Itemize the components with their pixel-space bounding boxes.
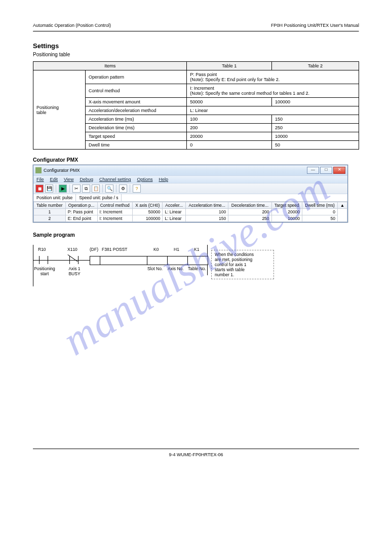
grid-cell[interactable]: 100 xyxy=(186,209,228,215)
spec-item: Dwell time xyxy=(86,141,187,150)
grid-cell[interactable]: 0 xyxy=(302,209,337,215)
contact-nc-x110 xyxy=(69,256,79,264)
tb-sep xyxy=(102,184,103,193)
section-title: Settings xyxy=(33,42,359,50)
spec-desc: L: Linear xyxy=(187,106,359,115)
spec-item: X-axis movement amount xyxy=(86,98,187,106)
lbl-r10: R10 xyxy=(38,247,46,252)
grid-cell[interactable]: 50000 xyxy=(133,209,163,215)
spec-val: 20000 xyxy=(187,132,272,141)
df-block xyxy=(90,256,101,265)
min-button[interactable]: — xyxy=(307,167,319,174)
window-title: Configurator PMX xyxy=(44,168,80,173)
help-icon[interactable]: ? xyxy=(133,184,141,193)
save-icon[interactable]: 💾 xyxy=(45,184,53,193)
menu-channel[interactable]: Channel setting xyxy=(99,177,131,182)
find-icon[interactable]: 🔍 xyxy=(105,184,113,193)
spec-item: Acceleration/deceleration method xyxy=(86,106,187,115)
data-grid[interactable]: Table number Operation p... Control meth… xyxy=(33,202,347,222)
sub-title: Configurator PMX xyxy=(33,157,359,163)
grid-hdr[interactable]: X axis (CH0) xyxy=(133,202,163,209)
spec-hdr-t2: Table 2 xyxy=(272,62,359,70)
section-intro: Positioning table xyxy=(33,52,359,57)
spec-val: 10000 xyxy=(272,132,359,141)
spec-val: 0 xyxy=(187,141,272,150)
footer: 9-4 WUME-FP0HRTEX-06 xyxy=(33,449,359,457)
spec-val: 200 xyxy=(187,124,272,132)
new-icon[interactable]: ◼ xyxy=(35,184,44,193)
grid-cell[interactable]: 200 xyxy=(228,209,271,215)
grid-cell[interactable]: E: End point xyxy=(65,215,97,222)
close-button[interactable]: ✕ xyxy=(333,167,345,174)
grid-hdr[interactable]: Dwell time (ms) xyxy=(302,202,337,209)
paste-icon[interactable]: 📋 xyxy=(92,184,100,193)
spec-val: 100 xyxy=(187,115,272,124)
ladder-title: Sample program xyxy=(33,232,359,238)
grid-cell[interactable]: I: Increment xyxy=(97,215,133,222)
grid-cell[interactable]: 1 xyxy=(34,209,66,215)
grid-hdr[interactable]: Deceleration time... xyxy=(228,202,271,209)
grid-hdr[interactable]: Operation p... xyxy=(65,202,97,209)
lbl-r10-desc: Positioning start xyxy=(33,266,56,276)
grid-row[interactable]: 2 E: End point I: Increment 100000 L: Li… xyxy=(34,215,347,222)
spec-hdr-t1: Table 1 xyxy=(187,62,272,70)
contact-no-r10 xyxy=(39,256,48,264)
grid-cell[interactable]: 20000 xyxy=(271,209,302,215)
menu-view[interactable]: View xyxy=(64,177,73,182)
spec-item: Deceleration time (ms) xyxy=(86,124,187,132)
grid-hdr[interactable]: Acceler... xyxy=(163,202,186,209)
grid-cell[interactable]: 50 xyxy=(302,215,337,222)
grid-hdr[interactable]: Table number xyxy=(34,202,66,209)
menu-help[interactable]: Help xyxy=(159,177,169,182)
tb-sep xyxy=(69,184,70,193)
grid-cell[interactable]: L: Linear xyxy=(163,215,186,222)
lbl-axis: Axis No. xyxy=(168,266,184,271)
menu-file[interactable]: File xyxy=(36,177,44,182)
spec-val: 250 xyxy=(272,124,359,132)
copy-icon[interactable]: ⧉ xyxy=(82,184,90,193)
cut-icon[interactable]: ✂ xyxy=(72,184,81,193)
spec-val: 100000 xyxy=(272,98,359,106)
grid-cell[interactable]: 250 xyxy=(228,215,271,222)
grid-cell[interactable]: L: Linear xyxy=(163,209,186,215)
spec-val: 50000 xyxy=(187,98,272,106)
toolbar: ◼ 💾 ▶ ✂ ⧉ 📋 🔍 ⚙ ? xyxy=(33,183,347,194)
tb-sep xyxy=(116,184,116,193)
lbl-table: Table No. xyxy=(188,266,206,271)
titlebar[interactable]: Configurator PMX — □ ✕ xyxy=(33,165,347,175)
grid-hdr[interactable]: Control method xyxy=(97,202,133,209)
tb-sep xyxy=(130,184,130,193)
top-rule xyxy=(33,31,359,32)
run-icon[interactable]: ▶ xyxy=(59,184,67,193)
spec-hdr-items: Items xyxy=(33,62,187,70)
settings-icon[interactable]: ⚙ xyxy=(119,184,127,193)
spec-item: Control method xyxy=(86,84,187,98)
app-icon xyxy=(35,167,42,173)
pos-unit: Position unit: pulse xyxy=(33,194,76,201)
grid-row[interactable]: 1 P: Pass point I: Increment 50000 L: Li… xyxy=(34,209,347,215)
grid-cell[interactable]: 150 xyxy=(186,215,228,222)
grid-cell[interactable]: I: Increment xyxy=(97,209,133,215)
grid-cell[interactable]: 10000 xyxy=(271,215,302,222)
left-rail xyxy=(33,245,33,286)
menu-debug[interactable]: Debug xyxy=(80,177,93,182)
hdr-right: FP0H Positioning Unit/RTEX User's Manual xyxy=(271,23,359,28)
spec-desc: P: Pass point (Note): Specify E: End poi… xyxy=(187,70,359,84)
grid-scroll-hdr[interactable]: ▲ xyxy=(338,202,347,209)
grid-cell[interactable]: P: Pass point xyxy=(65,209,97,215)
max-button[interactable]: □ xyxy=(320,167,332,174)
comment-box: When the conditions are met, positioning… xyxy=(211,250,274,279)
menu-edit[interactable]: Edit xyxy=(50,177,58,182)
unitbar: Position unit: pulse Speed unit: pulse /… xyxy=(33,194,347,202)
spec-item: Operation pattern xyxy=(86,70,187,84)
lbl-instr: F381 POSST xyxy=(102,247,128,252)
menubar: File Edit View Debug Channel setting Opt… xyxy=(33,175,347,183)
tb-sep xyxy=(56,184,56,193)
grid-scroll[interactable] xyxy=(338,209,347,222)
spec-val: 50 xyxy=(272,141,359,150)
grid-hdr[interactable]: Target speed xyxy=(271,202,302,209)
grid-cell[interactable]: 2 xyxy=(34,215,66,222)
grid-cell[interactable]: 100000 xyxy=(133,215,163,222)
grid-hdr[interactable]: Acceleration time... xyxy=(186,202,228,209)
menu-options[interactable]: Options xyxy=(137,177,152,182)
